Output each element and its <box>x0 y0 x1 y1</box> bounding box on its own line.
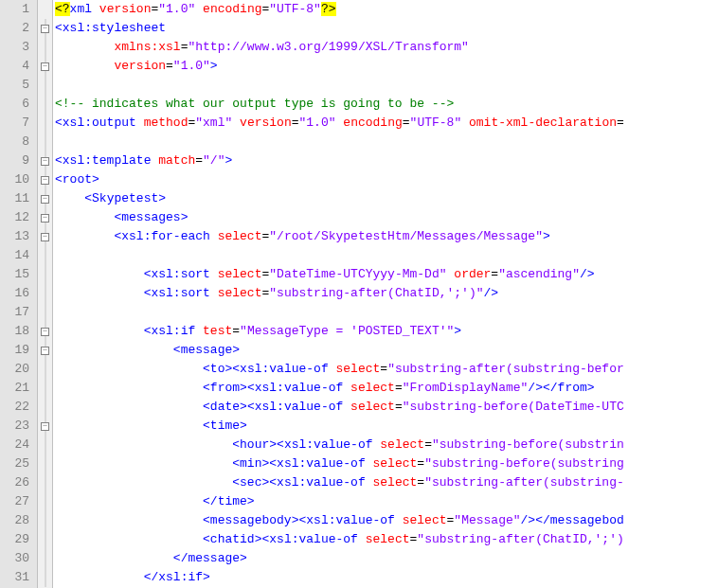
fold-cell <box>38 360 52 379</box>
code-line[interactable]: <date><xsl:value-of select="substring-be… <box>55 398 718 417</box>
code-line[interactable]: <time> <box>55 417 718 436</box>
code-line[interactable] <box>55 246 718 265</box>
fold-toggle-icon[interactable]: − <box>41 176 49 185</box>
code-line[interactable]: <Skypetest> <box>55 189 718 208</box>
fold-toggle-icon[interactable]: − <box>41 422 49 431</box>
code-line[interactable]: <xsl:output method="xml" version="1.0" e… <box>55 114 718 133</box>
code-editor[interactable]: 1234567891011121314151617181920212223242… <box>0 0 718 588</box>
fold-toggle-icon[interactable]: − <box>41 214 49 223</box>
fold-cell: − <box>38 322 52 341</box>
fold-cell: − <box>38 57 52 76</box>
code-line[interactable]: <hour><xsl:value-of select="substring-be… <box>55 436 718 454</box>
code-line[interactable]: </message> <box>55 549 718 568</box>
fold-cell <box>38 38 52 57</box>
line-number: 11 <box>0 189 37 208</box>
fold-cell: − <box>38 341 52 360</box>
code-line[interactable]: <xsl:for-each select="/root/SkypetestHtm… <box>55 227 718 246</box>
line-number: 14 <box>0 246 37 265</box>
fold-toggle-icon[interactable]: − <box>41 62 49 71</box>
fold-cell: − <box>38 208 52 227</box>
code-line[interactable]: <xsl:template match="/"> <box>55 151 718 170</box>
code-line[interactable] <box>55 76 718 95</box>
fold-cell <box>38 133 52 151</box>
code-line[interactable] <box>55 303 718 322</box>
code-line[interactable]: <chatid><xsl:value-of select="substring-… <box>55 530 718 549</box>
fold-cell <box>38 95 52 114</box>
fold-toggle-icon[interactable]: − <box>41 157 49 166</box>
code-line[interactable]: <xsl:sort select="DateTime-UTCYyyy-Mm-Dd… <box>55 265 718 284</box>
fold-cell <box>38 303 52 322</box>
line-number: 10 <box>0 170 37 189</box>
fold-cell <box>38 0 52 19</box>
line-number: 3 <box>0 38 37 57</box>
code-line[interactable] <box>55 133 718 151</box>
line-number: 7 <box>0 114 37 133</box>
line-number: 26 <box>0 473 37 492</box>
fold-toggle-icon[interactable]: − <box>41 25 49 33</box>
code-line[interactable]: <!-- indicates what our output type is g… <box>55 95 718 114</box>
line-number: 20 <box>0 360 37 379</box>
code-line[interactable]: version="1.0"> <box>55 57 718 76</box>
fold-cell: − <box>38 417 52 436</box>
code-line[interactable]: <to><xsl:value-of select="substring-afte… <box>55 360 718 379</box>
code-line[interactable]: </xsl:if> <box>55 568 718 587</box>
line-number: 17 <box>0 303 37 322</box>
line-number: 15 <box>0 265 37 284</box>
fold-cell <box>38 473 52 492</box>
code-line[interactable]: <min><xsl:value-of select="substring-bef… <box>55 454 718 473</box>
fold-cell <box>38 246 52 265</box>
fold-cell <box>38 492 52 511</box>
line-number: 31 <box>0 568 37 587</box>
code-line[interactable]: <xsl:sort select="substring-after(ChatID… <box>55 284 718 303</box>
fold-toggle-icon[interactable]: − <box>41 233 49 241</box>
fold-cell <box>38 284 52 303</box>
fold-cell: − <box>38 170 52 189</box>
code-line[interactable]: <message> <box>55 341 718 360</box>
fold-cell <box>38 549 52 568</box>
line-number: 21 <box>0 379 37 398</box>
code-line[interactable]: <?xml version="1.0" encoding="UTF-8"?> <box>55 0 718 19</box>
line-number: 23 <box>0 417 37 436</box>
fold-toggle-icon[interactable]: − <box>41 195 49 204</box>
line-number: 12 <box>0 208 37 227</box>
code-line[interactable]: </time> <box>55 492 718 511</box>
line-number: 16 <box>0 284 37 303</box>
line-number: 1 <box>0 0 37 19</box>
code-line[interactable]: <xsl:stylesheet <box>55 19 718 38</box>
code-line[interactable]: <from><xsl:value-of select="FromDisplayN… <box>55 379 718 398</box>
fold-cell: − <box>38 151 52 170</box>
line-number: 8 <box>0 133 37 151</box>
line-number: 25 <box>0 454 37 473</box>
fold-cell <box>38 568 52 587</box>
fold-cell <box>38 114 52 133</box>
code-line[interactable]: <root> <box>55 170 718 189</box>
fold-cell: − <box>38 227 52 246</box>
fold-cell <box>38 530 52 549</box>
line-number: 6 <box>0 95 37 114</box>
code-line[interactable]: <messagebody><xsl:value-of select="Messa… <box>55 511 718 530</box>
line-number: 19 <box>0 341 37 360</box>
line-number: 29 <box>0 530 37 549</box>
fold-cell <box>38 379 52 398</box>
fold-cell <box>38 398 52 417</box>
fold-cell <box>38 454 52 473</box>
line-number: 9 <box>0 151 37 170</box>
line-number: 4 <box>0 57 37 76</box>
line-number: 18 <box>0 322 37 341</box>
code-area[interactable]: <?xml version="1.0" encoding="UTF-8"?><x… <box>53 0 718 588</box>
fold-toggle-icon[interactable]: − <box>41 328 49 336</box>
fold-column[interactable]: −−−−−−−−−− <box>38 0 53 588</box>
fold-cell: − <box>38 189 52 208</box>
fold-cell <box>38 436 52 454</box>
line-number: 2 <box>0 19 37 38</box>
fold-cell <box>38 76 52 95</box>
fold-cell: − <box>38 19 52 38</box>
line-number: 24 <box>0 436 37 454</box>
fold-toggle-icon[interactable]: − <box>41 347 49 355</box>
line-number-gutter: 1234567891011121314151617181920212223242… <box>0 0 38 588</box>
code-line[interactable]: <sec><xsl:value-of select="substring-aft… <box>55 473 718 492</box>
code-line[interactable]: xmlns:xsl="http://www.w3.org/1999/XSL/Tr… <box>55 38 718 57</box>
line-number: 22 <box>0 398 37 417</box>
code-line[interactable]: <messages> <box>55 208 718 227</box>
code-line[interactable]: <xsl:if test="MessageType = 'POSTED_TEXT… <box>55 322 718 341</box>
